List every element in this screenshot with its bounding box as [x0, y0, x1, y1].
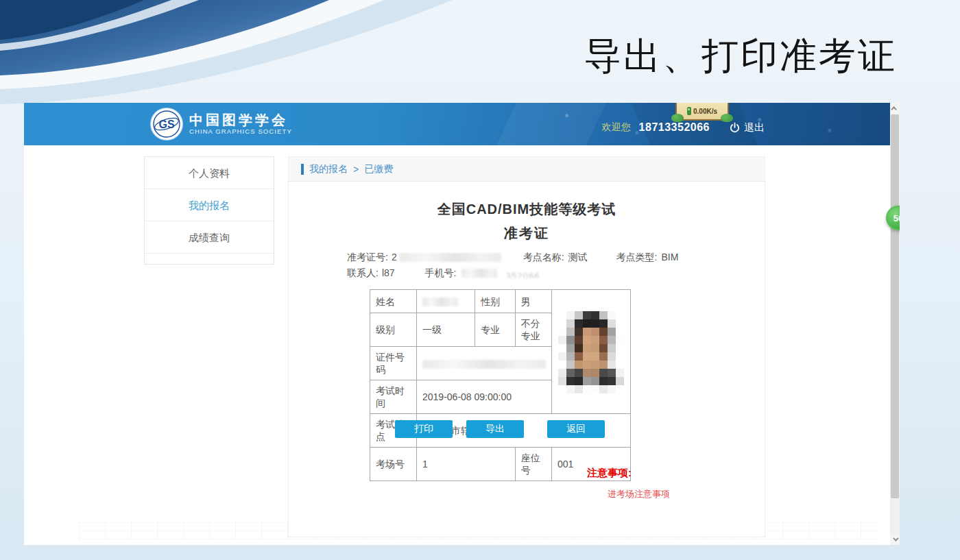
name-label: 姓名 [370, 290, 417, 313]
mobile-label: 手机号: [425, 265, 457, 281]
back-button[interactable]: 返回 [547, 420, 605, 438]
ticket-no-redacted [400, 253, 501, 262]
logo-emblem-icon: GS [151, 108, 182, 140]
seat-label: 座位号 [515, 448, 551, 481]
decorative-swoosh [0, 0, 453, 113]
admission-ticket-table: 姓名 性别 男 级别 一级 专业 不分专业 [370, 289, 631, 481]
bush-icon [721, 114, 733, 122]
welcome-label: 欢迎您 [602, 121, 631, 134]
network-speed-value: 0.00K/s [693, 108, 717, 115]
breadcrumb: 我的报名 > 已缴费 [289, 157, 765, 182]
mobile-visible-digits: 352066 [497, 268, 540, 278]
logout-label: 退出 [744, 121, 765, 134]
name-value-redacted [417, 290, 475, 313]
gender-value: 男 [515, 290, 551, 313]
info-row-2: 联系人: l87 手机号: 352066 [347, 265, 765, 281]
logo-name-en: CHINA GRAPHICS SOCIETY [189, 127, 292, 136]
site-type-label: 考点类型: [616, 249, 658, 265]
scroll-up-button[interactable] [890, 103, 900, 114]
ticket-no-label: 准考证号: [347, 249, 388, 265]
site-name-value: 测试 [568, 249, 588, 265]
user-phone-number: 18713352066 [639, 121, 710, 134]
info-row-1: 准考证号: 2 考点名称: 测试 考点类型: BIM [347, 249, 765, 265]
id-value-redacted [417, 347, 552, 380]
logo-text: 中国图学学会 CHINA GRAPHICS SOCIETY [189, 112, 292, 136]
print-button[interactable]: 打印 [395, 420, 453, 438]
breadcrumb-accent-bar [301, 164, 304, 175]
page-body: 个人资料 我的报名 成绩查询 我的报名 > 已缴费 全国CAD/BIM技能等级考… [24, 145, 900, 545]
power-icon [729, 122, 741, 134]
browser-scrollbar[interactable] [890, 103, 900, 545]
id-label: 证件号码 [370, 347, 417, 380]
room-value: 1 [417, 448, 516, 481]
notice-link[interactable]: 进考场注意事项 [608, 488, 670, 500]
sidebar: 个人资料 我的报名 成绩查询 [144, 156, 274, 265]
breadcrumb-separator: > [353, 164, 359, 175]
site-logo[interactable]: GS 中国图学学会 CHINA GRAPHICS SOCIETY [151, 108, 292, 140]
site-name-label: 考点名称: [523, 249, 564, 265]
breadcrumb-page[interactable]: 已缴费 [364, 163, 393, 175]
sidebar-item-score-query[interactable]: 成绩查询 [145, 221, 274, 254]
sidebar-item-my-registration[interactable]: 我的报名 [145, 189, 274, 221]
gender-label: 性别 [475, 290, 516, 313]
ticket-no-visible: 2 [392, 249, 397, 265]
contact-label: 联系人: [347, 265, 379, 281]
time-value: 2019-06-08 09:00:00 [417, 380, 552, 414]
chevron-down-icon [893, 535, 898, 541]
scrollbar-thumb[interactable] [891, 114, 899, 498]
notice-title: 注意事项: [587, 467, 670, 480]
time-label: 考试时间 [370, 380, 417, 414]
site-header: GS 中国图学学会 CHINA GRAPHICS SOCIETY 0.00K/s… [24, 103, 900, 145]
breadcrumb-section[interactable]: 我的报名 [309, 163, 348, 175]
website-screenshot: GS 中国图学学会 CHINA GRAPHICS SOCIETY 0.00K/s… [24, 103, 900, 545]
network-speed-widget: 0.00K/s [675, 103, 729, 121]
table-row: 姓名 性别 男 [370, 290, 631, 313]
contact-value: l87 [382, 265, 395, 281]
level-value: 一级 [417, 313, 475, 347]
notice-section: 注意事项: 进考场注意事项 [587, 467, 670, 500]
chevron-up-icon [891, 106, 896, 112]
room-label: 考场号 [370, 448, 417, 481]
presentation-slide: 导出、打印准考证 GS 中国图学学会 CHINA GRAPHICS SOCIET… [0, 0, 960, 560]
svg-text:GS: GS [158, 119, 174, 130]
ticket-info: 准考证号: 2 考点名称: 测试 考点类型: BIM 联系人: l87 手机号:… [347, 249, 765, 281]
logout-button[interactable]: 退出 [729, 121, 765, 134]
candidate-photo [552, 290, 631, 414]
level-label: 级别 [370, 313, 417, 347]
ticket-title: 准考证 [289, 224, 765, 243]
logo-name-cn: 中国图学学会 [189, 112, 292, 127]
slide-title: 导出、打印准考证 [584, 32, 897, 82]
major-value: 不分专业 [515, 313, 551, 347]
action-buttons: 打印 导出 返回 [395, 420, 605, 438]
photo-mosaic [558, 311, 624, 393]
main-panel: 我的报名 > 已缴费 全国CAD/BIM技能等级考试 准考证 准考证号: 2 考… [288, 156, 765, 537]
site-type-value: BIM [661, 249, 678, 265]
exam-title: 全国CAD/BIM技能等级考试 [289, 200, 765, 219]
scroll-down-button[interactable] [890, 534, 900, 545]
traffic-light-icon [687, 107, 691, 115]
export-button[interactable]: 导出 [466, 420, 524, 438]
mobile-redacted [461, 269, 497, 278]
sidebar-item-profile[interactable]: 个人资料 [145, 157, 274, 189]
bush-icon [671, 114, 684, 122]
major-label: 专业 [475, 313, 516, 347]
